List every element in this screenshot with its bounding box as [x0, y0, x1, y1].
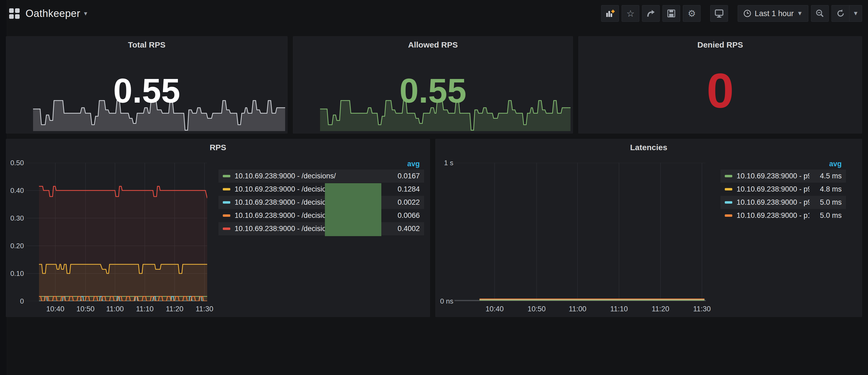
y-axis-tick: 0.10 [8, 270, 24, 278]
legend-row[interactable]: 10.10.69.238:9000 - /decisions/0.0022 [218, 196, 424, 209]
toolbar: ☆ ⚙ [601, 5, 862, 22]
time-range-label: Last 1 hour [754, 9, 794, 18]
series-avg-value: 0.4002 [388, 225, 420, 233]
zoom-out-icon [815, 9, 825, 18]
panel-title[interactable]: Allowed RPS [293, 40, 573, 50]
y-axis-tick: 0.20 [8, 242, 24, 250]
save-icon [667, 9, 676, 18]
series-label[interactable]: 10.10.69.238:9000 - p99 [737, 198, 809, 207]
legend-row[interactable]: 10.10.69.238:9000 - p1005.0 ms [720, 209, 846, 222]
y-axis-tick: 0 [8, 297, 24, 306]
panel-title[interactable]: RPS [6, 143, 430, 152]
legend-avg-header[interactable]: avg [218, 159, 424, 169]
time-range-picker[interactable]: Last 1 hour ▼ [738, 5, 808, 22]
dashboard-header: Oathkeeper ▾ ☆ [0, 0, 868, 27]
legend-row[interactable]: 10.10.69.238:9000 - p954.8 ms [720, 183, 846, 196]
x-axis-tick: 11:20 [642, 305, 679, 313]
stat-value: 0.55 [293, 71, 573, 111]
legend-row[interactable]: 10.10.69.238:9000 - p904.5 ms [720, 169, 846, 183]
series-color-marker[interactable] [725, 188, 732, 190]
panel-allowed-rps: Allowed RPS 0.55 [293, 36, 573, 133]
legend-avg-header[interactable]: avg [720, 159, 846, 169]
legend-row[interactable]: 10.10.69.238:9000 - /decisions/0.1284 [218, 183, 424, 196]
series-label[interactable]: 10.10.69.238:9000 - p90 [737, 172, 809, 180]
series-color-marker[interactable] [223, 188, 230, 190]
series-avg-value: 5.0 ms [809, 211, 842, 220]
series-avg-value: 0.0022 [388, 198, 420, 207]
legend-overlay-artifact [325, 183, 381, 236]
panel-total-rps: Total RPS 0.55 [6, 36, 287, 133]
legend-row[interactable]: 10.10.69.238:9000 - /decisions/0.0167 [218, 169, 424, 183]
settings-button[interactable]: ⚙ [683, 5, 701, 22]
series-label[interactable]: 10.10.69.238:9000 - /decisions/ [235, 172, 388, 180]
refresh-icon [836, 9, 845, 18]
stat-value: 0 [579, 62, 862, 119]
cycle-view-button[interactable] [710, 5, 728, 22]
series-color-marker[interactable] [223, 175, 230, 177]
series-avg-value: 4.8 ms [809, 185, 842, 193]
x-axis-tick: 11:10 [600, 305, 638, 313]
add-panel-icon [605, 9, 615, 18]
latencies-chart-plot[interactable] [455, 163, 706, 302]
y-axis-tick: 0.30 [8, 214, 24, 222]
panel-title[interactable]: Latencies [436, 143, 862, 152]
chevron-down-icon: ▼ [797, 10, 803, 17]
x-axis-tick: 11:30 [186, 305, 223, 313]
panel-latencies-chart: Latencies 1 s0 ns10:4010:5011:0011:1011:… [435, 139, 862, 317]
clock-icon [743, 9, 751, 18]
refresh-button[interactable] [832, 5, 849, 22]
panel-denied-rps: Denied RPS 0 [578, 36, 862, 133]
save-button[interactable] [662, 5, 680, 22]
series-avg-value: 0.0066 [388, 211, 420, 220]
series-color-marker[interactable] [223, 214, 230, 217]
series-label[interactable]: 10.10.69.238:9000 - p95 [737, 185, 809, 193]
x-axis-tick: 10:40 [476, 305, 514, 313]
series-color-marker[interactable] [725, 201, 732, 204]
x-axis-tick: 11:30 [683, 305, 721, 313]
series-avg-value: 4.5 ms [809, 172, 842, 180]
series-avg-value: 0.1284 [388, 185, 420, 193]
y-axis-tick: 0 ns [438, 297, 453, 306]
chevron-down-icon[interactable]: ▾ [84, 10, 87, 17]
rps-legend: avg 10.10.69.238:9000 - /decisions/0.016… [218, 159, 424, 235]
latencies-legend: avg 10.10.69.238:9000 - p904.5 ms10.10.6… [720, 159, 846, 222]
rps-chart-plot[interactable] [26, 163, 207, 302]
legend-row[interactable]: 10.10.69.238:9000 - /decisions/0.4002 [218, 222, 424, 235]
dashboard-title[interactable]: Oathkeeper [26, 8, 80, 19]
add-panel-button[interactable] [601, 5, 619, 22]
share-icon [646, 9, 655, 18]
panel-title[interactable]: Total RPS [6, 40, 287, 50]
series-color-marker[interactable] [223, 227, 230, 230]
star-icon: ☆ [626, 9, 634, 18]
star-button[interactable]: ☆ [622, 5, 639, 22]
series-color-marker[interactable] [725, 214, 732, 217]
series-color-marker[interactable] [725, 175, 732, 177]
grafana-dashboard: Oathkeeper ▾ ☆ [0, 0, 868, 375]
y-axis-tick: 0.50 [8, 159, 24, 167]
zoom-out-button[interactable] [811, 5, 829, 22]
refresh-interval-dropdown[interactable]: ▼ [849, 5, 862, 22]
dashboard-grid-icon[interactable] [9, 8, 20, 19]
share-button[interactable] [642, 5, 660, 22]
panel-rps-chart: RPS 0.500.400.300.200.10010:4010:5011:00… [6, 139, 430, 317]
y-axis-tick: 0.40 [8, 186, 24, 195]
chevron-down-icon: ▼ [853, 10, 859, 17]
refresh-split-button: ▼ [832, 5, 862, 22]
series-color-marker[interactable] [223, 201, 230, 204]
legend-row[interactable]: 10.10.69.238:9000 - p995.0 ms [720, 196, 846, 209]
y-axis-tick: 1 s [438, 159, 453, 167]
panel-title[interactable]: Denied RPS [579, 40, 862, 50]
x-axis-tick: 10:50 [518, 305, 555, 313]
monitor-icon [714, 9, 724, 18]
series-label[interactable]: 10.10.69.238:9000 - p100 [737, 211, 809, 220]
series-avg-value: 0.0167 [388, 172, 420, 180]
legend-row[interactable]: 10.10.69.238:9000 - /decisions/0.0066 [218, 209, 424, 222]
series-avg-value: 5.0 ms [809, 198, 842, 207]
stat-value: 0.55 [6, 71, 287, 111]
dashboard-title-group: Oathkeeper ▾ [9, 8, 87, 19]
gear-icon: ⚙ [688, 9, 696, 18]
x-axis-tick: 11:00 [559, 305, 596, 313]
